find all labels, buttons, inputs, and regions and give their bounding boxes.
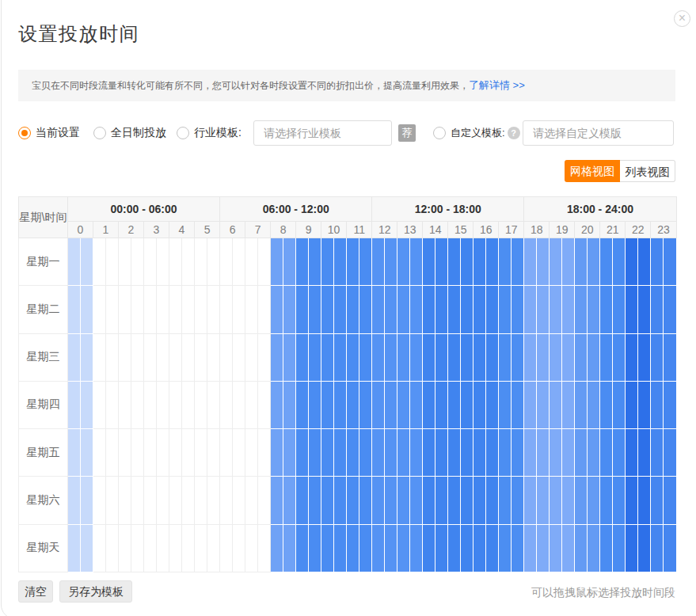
- time-slot-cell[interactable]: [68, 286, 81, 333]
- time-slot-cell[interactable]: [258, 238, 271, 286]
- hour-header[interactable]: 8: [271, 222, 296, 238]
- grid-view-button[interactable]: 网格视图: [565, 160, 620, 182]
- hour-header[interactable]: 21: [600, 222, 626, 238]
- time-slot-cell[interactable]: [410, 286, 423, 333]
- time-slot-cell[interactable]: [448, 524, 461, 572]
- clear-button[interactable]: 清空: [18, 580, 53, 603]
- time-slot-cell[interactable]: [321, 333, 334, 381]
- save-as-template-button[interactable]: 另存为模板: [59, 580, 132, 603]
- time-slot-cell[interactable]: [182, 333, 195, 381]
- time-slot-cell[interactable]: [638, 477, 651, 524]
- time-slot-cell[interactable]: [448, 238, 461, 286]
- time-slot-cell[interactable]: [157, 477, 169, 524]
- time-slot-cell[interactable]: [81, 286, 93, 333]
- time-slot-cell[interactable]: [397, 477, 410, 524]
- time-slot-cell[interactable]: [258, 333, 271, 381]
- time-slot-cell[interactable]: [550, 286, 562, 333]
- hour-header[interactable]: 23: [651, 222, 676, 238]
- time-slot-cell[interactable]: [664, 381, 676, 428]
- time-slot-cell[interactable]: [638, 286, 651, 333]
- industry-template-input[interactable]: [253, 120, 392, 146]
- hour-header[interactable]: 7: [245, 222, 271, 238]
- time-slot-cell[interactable]: [93, 477, 106, 524]
- time-slot-cell[interactable]: [600, 238, 613, 286]
- time-slot-cell[interactable]: [499, 286, 512, 333]
- time-slot-cell[interactable]: [512, 333, 524, 381]
- time-slot-cell[interactable]: [157, 286, 169, 333]
- radio-industry[interactable]: [177, 127, 189, 139]
- time-slot-cell[interactable]: [600, 429, 613, 477]
- time-slot-cell[interactable]: [321, 524, 334, 572]
- time-slot-cell[interactable]: [474, 333, 486, 381]
- time-slot-cell[interactable]: [588, 238, 600, 286]
- time-slot-cell[interactable]: [423, 333, 435, 381]
- time-slot-cell[interactable]: [651, 477, 664, 524]
- hour-header[interactable]: 0: [68, 222, 93, 238]
- hour-header[interactable]: 11: [347, 222, 372, 238]
- time-slot-cell[interactable]: [207, 238, 220, 286]
- time-slot-cell[interactable]: [131, 524, 144, 572]
- time-slot-cell[interactable]: [435, 333, 448, 381]
- time-slot-cell[interactable]: [385, 286, 397, 333]
- range-header[interactable]: 18:00 - 24:00: [524, 197, 676, 222]
- time-slot-cell[interactable]: [588, 286, 600, 333]
- time-slot-cell[interactable]: [613, 524, 626, 572]
- range-header[interactable]: 06:00 - 12:00: [220, 197, 372, 222]
- time-slot-cell[interactable]: [309, 381, 321, 428]
- time-slot-cell[interactable]: [562, 381, 575, 428]
- time-slot-cell[interactable]: [524, 524, 537, 572]
- time-slot-cell[interactable]: [207, 429, 220, 477]
- time-slot-cell[interactable]: [245, 477, 258, 524]
- time-slot-cell[interactable]: [271, 477, 283, 524]
- day-label[interactable]: 星期五: [19, 429, 68, 477]
- time-slot-cell[interactable]: [626, 333, 638, 381]
- time-slot-cell[interactable]: [334, 238, 347, 286]
- time-slot-cell[interactable]: [309, 524, 321, 572]
- time-slot-cell[interactable]: [435, 238, 448, 286]
- time-slot-cell[interactable]: [410, 238, 423, 286]
- time-slot-cell[interactable]: [309, 238, 321, 286]
- time-slot-cell[interactable]: [499, 238, 512, 286]
- time-slot-cell[interactable]: [423, 524, 435, 572]
- time-slot-cell[interactable]: [499, 333, 512, 381]
- time-slot-cell[interactable]: [182, 381, 195, 428]
- time-slot-cell[interactable]: [296, 429, 309, 477]
- time-slot-cell[interactable]: [144, 333, 157, 381]
- time-slot-cell[interactable]: [119, 238, 131, 286]
- time-slot-cell[interactable]: [144, 477, 157, 524]
- time-slot-cell[interactable]: [119, 286, 131, 333]
- time-slot-cell[interactable]: [423, 286, 435, 333]
- time-slot-cell[interactable]: [626, 477, 638, 524]
- time-slot-cell[interactable]: [321, 286, 334, 333]
- time-slot-cell[interactable]: [486, 381, 499, 428]
- time-slot-cell[interactable]: [638, 524, 651, 572]
- time-slot-cell[interactable]: [119, 333, 131, 381]
- custom-template-input[interactable]: [523, 120, 674, 146]
- time-slot-cell[interactable]: [309, 286, 321, 333]
- time-slot-cell[interactable]: [106, 477, 119, 524]
- time-slot-cell[interactable]: [220, 333, 233, 381]
- time-slot-cell[interactable]: [423, 238, 435, 286]
- time-slot-cell[interactable]: [119, 381, 131, 428]
- time-slot-cell[interactable]: [93, 286, 106, 333]
- time-slot-cell[interactable]: [474, 286, 486, 333]
- hour-header[interactable]: 2: [119, 222, 144, 238]
- time-slot-cell[interactable]: [93, 524, 106, 572]
- day-label[interactable]: 星期三: [19, 333, 68, 381]
- close-icon[interactable]: ×: [674, 10, 690, 27]
- time-slot-cell[interactable]: [664, 333, 676, 381]
- time-slot-cell[interactable]: [372, 381, 385, 428]
- radio-current-selected[interactable]: [18, 127, 31, 139]
- time-slot-cell[interactable]: [486, 429, 499, 477]
- time-slot-cell[interactable]: [359, 477, 372, 524]
- time-slot-cell[interactable]: [157, 238, 169, 286]
- time-slot-cell[interactable]: [296, 286, 309, 333]
- time-slot-cell[interactable]: [283, 286, 296, 333]
- time-slot-cell[interactable]: [575, 238, 588, 286]
- time-slot-cell[interactable]: [385, 333, 397, 381]
- time-slot-cell[interactable]: [106, 381, 119, 428]
- time-slot-cell[interactable]: [195, 286, 207, 333]
- time-slot-cell[interactable]: [486, 286, 499, 333]
- time-slot-cell[interactable]: [550, 381, 562, 428]
- time-slot-cell[interactable]: [512, 524, 524, 572]
